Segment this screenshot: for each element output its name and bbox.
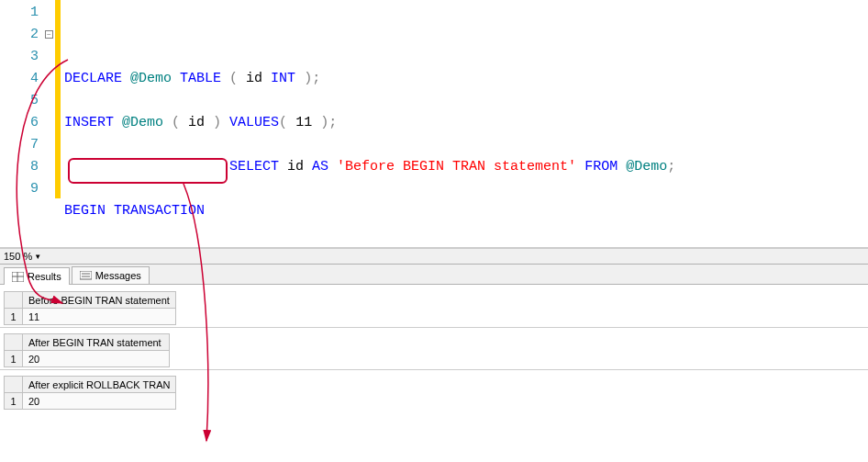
- grid-corner[interactable]: [5, 292, 23, 309]
- cell-value[interactable]: 11: [23, 309, 176, 325]
- zoom-dropdown[interactable]: 150 % ▼: [4, 251, 41, 262]
- line-number: 9: [0, 178, 39, 200]
- cell-value[interactable]: 20: [23, 351, 170, 367]
- line-number: 4: [0, 68, 39, 90]
- cell-value[interactable]: 20: [23, 393, 176, 410]
- sql-editor-pane: 1 2 3 4 5 6 7 8 9 − DECLARE @Demo TABLE …: [0, 0, 868, 248]
- chevron-down-icon: ▼: [34, 253, 41, 261]
- messages-icon: [80, 271, 92, 281]
- zoom-bar: 150 % ▼: [0, 248, 868, 265]
- code-line[interactable]: DECLARE @Demo TABLE ( id INT );: [64, 68, 684, 90]
- zoom-value: 150 %: [4, 251, 32, 262]
- svg-rect-3: [80, 271, 92, 279]
- tab-results-label: Results: [28, 271, 61, 282]
- tab-results[interactable]: Results: [4, 267, 70, 285]
- code-line[interactable]: SELECT id AS 'Before BEGIN TRAN statemen…: [64, 156, 684, 178]
- line-number: 3: [0, 46, 39, 68]
- line-number: 1: [0, 2, 39, 24]
- line-number: 7: [0, 134, 39, 156]
- code-area[interactable]: DECLARE @Demo TABLE ( id INT ); INSERT @…: [61, 0, 684, 247]
- line-number: 8: [0, 156, 39, 178]
- tab-messages[interactable]: Messages: [72, 266, 150, 284]
- result-grid[interactable]: After explicit ROLLBACK TRAN 120: [4, 376, 176, 410]
- grid-corner[interactable]: [5, 334, 23, 351]
- column-header[interactable]: After explicit ROLLBACK TRAN: [23, 377, 176, 393]
- row-header[interactable]: 1: [5, 351, 23, 367]
- result-grid[interactable]: After BEGIN TRAN statement 120: [4, 333, 170, 367]
- line-number-gutter: 1 2 3 4 5 6 7 8 9: [0, 0, 44, 247]
- results-pane: Before BEGIN TRAN statement 111 After BE…: [0, 285, 868, 462]
- column-header[interactable]: After BEGIN TRAN statement: [23, 334, 170, 351]
- code-line[interactable]: BEGIN TRANSACTION: [64, 200, 684, 222]
- tab-messages-label: Messages: [95, 270, 141, 281]
- result-block: After explicit ROLLBACK TRAN 120: [0, 369, 868, 411]
- code-fold-strip: −: [44, 0, 55, 247]
- result-block: Before BEGIN TRAN statement 111: [0, 286, 868, 327]
- column-header[interactable]: Before BEGIN TRAN statement: [23, 292, 176, 309]
- line-number: 2: [0, 24, 39, 46]
- row-header[interactable]: 1: [5, 309, 23, 325]
- result-grid[interactable]: Before BEGIN TRAN statement 111: [4, 291, 176, 325]
- result-block: After BEGIN TRAN statement 120: [0, 327, 868, 369]
- line-number: 6: [0, 112, 39, 134]
- fold-toggle-icon[interactable]: −: [45, 30, 53, 39]
- row-header[interactable]: 1: [5, 393, 23, 410]
- grid-corner[interactable]: [5, 377, 23, 393]
- code-line[interactable]: INSERT @Demo ( id ) VALUES( 11 );: [64, 112, 684, 134]
- code-line[interactable]: [64, 24, 684, 46]
- grid-icon: [12, 272, 24, 282]
- code-line[interactable]: UPDATE @Demo SET id = 20;: [64, 244, 684, 248]
- results-tabs: Results Messages: [0, 265, 868, 285]
- line-number: 5: [0, 90, 39, 112]
